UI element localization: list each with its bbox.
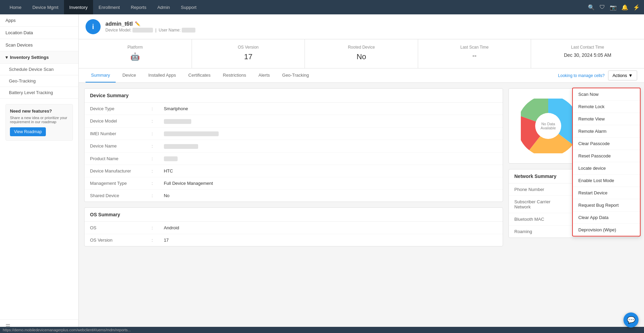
view-roadmap-button[interactable]: View Roadmap xyxy=(10,127,46,136)
need-features-description: Share a new idea or prioritize your requ… xyxy=(10,116,68,124)
actions-button[interactable]: Actions ▼ xyxy=(608,71,637,80)
nav-enrollment[interactable]: Enrollment xyxy=(93,0,125,14)
tab-certificates[interactable]: Certificates xyxy=(183,68,216,82)
value-device-type: Smartphone xyxy=(158,103,503,115)
action-request-bug-report[interactable]: Request Bug Report xyxy=(573,199,640,212)
looking-to-manage-text[interactable]: Looking to manage cells? xyxy=(558,73,605,78)
chat-bubble-button[interactable]: 💬 xyxy=(623,312,639,328)
nav-home[interactable]: Home xyxy=(4,0,27,14)
tab-device[interactable]: Device xyxy=(117,68,142,82)
action-reset-passcode[interactable]: Reset Passcode xyxy=(573,150,640,162)
action-clear-passcode[interactable]: Clear Passcode xyxy=(573,138,640,150)
label-device-type: Device Type xyxy=(85,103,146,115)
tab-geo-tracking[interactable]: Geo-Tracking xyxy=(277,68,314,82)
stat-rooted-label: Rooted Device xyxy=(310,45,412,50)
label-imei: IMEI Number xyxy=(85,127,146,140)
table-row: OS : Android xyxy=(85,222,503,234)
table-row: Device Manufacturer : HTC xyxy=(85,165,503,177)
sidebar: Apps Location Data Scan Devices ▾ Invent… xyxy=(0,14,79,333)
action-remote-lock[interactable]: Remote Lock xyxy=(573,101,640,113)
device-summary-card: Device Summary Device Type : Smartphone … xyxy=(84,88,503,202)
nav-icons: 🔍 🛡 📷 🔔 ⚡ xyxy=(588,4,640,11)
label-os: OS xyxy=(85,222,146,234)
main-content: i admin_t6tl ✏️ Device Model: | User Nam… xyxy=(79,14,644,333)
os-summary-title: OS Summary xyxy=(85,208,503,222)
label-management-type: Management Type xyxy=(85,177,146,190)
bell-icon[interactable]: 🔔 xyxy=(621,4,628,11)
sidebar-item-apps[interactable]: Apps xyxy=(0,14,78,27)
stat-os-value: 17 xyxy=(197,52,299,61)
tab-summary[interactable]: Summary xyxy=(86,68,116,82)
action-clear-app-data[interactable]: Clear App Data xyxy=(573,212,640,224)
action-scan-now[interactable]: Scan Now xyxy=(573,88,640,101)
table-row: Management Type : Full Device Management xyxy=(85,177,503,190)
section-label: Inventory Settings xyxy=(10,55,49,60)
label-shared-device: Shared Device xyxy=(85,190,146,202)
tab-installed-apps[interactable]: Installed Apps xyxy=(143,68,181,82)
table-row: Device Model : xyxy=(85,115,503,128)
action-restart-device[interactable]: Restart Device xyxy=(573,187,640,199)
edit-icon[interactable]: ✏️ xyxy=(135,21,140,26)
value-management-type: Full Device Management xyxy=(158,177,503,190)
table-row: Product Name : xyxy=(85,152,503,165)
actions-dropdown-menu: Scan Now Remote Lock Remote View Remote … xyxy=(572,88,641,236)
status-bar: https://demo.mobiledevicemanagerplus.com… xyxy=(0,327,644,333)
device-model-label: Device Model: xyxy=(105,28,131,33)
nav-support[interactable]: Support xyxy=(176,0,202,14)
action-deprovision[interactable]: Deprovision (Wipe) xyxy=(573,224,640,236)
value-imei xyxy=(158,127,503,140)
stat-os-label: OS Version xyxy=(197,45,299,50)
stat-last-contact-label: Last Contact Time xyxy=(537,45,639,50)
username-value xyxy=(182,28,195,33)
sidebar-section-inventory-settings[interactable]: ▾ Inventory Settings xyxy=(0,51,78,64)
value-product-name xyxy=(158,152,503,165)
device-summary-title: Device Summary xyxy=(85,89,503,103)
stat-os-version: OS Version 17 xyxy=(192,39,305,68)
action-enable-lost-mode[interactable]: Enable Lost Mode xyxy=(573,175,640,187)
device-avatar: i xyxy=(86,19,101,34)
sidebar-item-schedule-device-scan[interactable]: Schedule Device Scan xyxy=(0,64,78,75)
pie-no-data-label: No Data Available xyxy=(534,122,562,130)
table-row: IMEI Number : xyxy=(85,127,503,140)
nav-device-mgmt[interactable]: Device Mgmt xyxy=(27,0,64,14)
os-summary-card: OS Summary OS : Android OS Version : 17 xyxy=(84,207,503,246)
username-label: User Name: xyxy=(159,28,181,33)
stats-bar: Platform 🤖 OS Version 17 Rooted Device N… xyxy=(79,39,644,68)
device-model-value xyxy=(132,28,153,33)
camera-icon[interactable]: 📷 xyxy=(610,4,617,11)
device-summary-table: Device Type : Smartphone Device Model : … xyxy=(85,103,503,202)
stat-last-contact-value: Dec 30, 2024 5:05 AM xyxy=(537,52,639,58)
tab-restrictions[interactable]: Restrictions xyxy=(217,68,252,82)
nav-reports[interactable]: Reports xyxy=(125,0,152,14)
label-carrier: Subscriber Carrier Network xyxy=(509,196,570,213)
device-title: admin_t6tl ✏️ xyxy=(105,21,195,27)
value-device-model xyxy=(158,115,503,128)
action-locate-device[interactable]: Locate device xyxy=(573,162,640,175)
action-remote-view[interactable]: Remote View xyxy=(573,113,640,125)
sidebar-item-location[interactable]: Location Data xyxy=(0,27,78,39)
label-manufacturer: Device Manufacturer xyxy=(85,165,146,177)
shield-icon[interactable]: 🛡 xyxy=(600,4,605,10)
value-device-name xyxy=(158,140,503,153)
stat-last-scan: Last Scan Time -- xyxy=(418,39,531,68)
label-roaming: Roaming xyxy=(509,226,570,238)
nav-inventory[interactable]: Inventory xyxy=(64,0,93,14)
tab-alerts[interactable]: Alerts xyxy=(253,68,275,82)
label-bluetooth-mac: Bluetooth MAC xyxy=(509,213,570,226)
android-icon: 🤖 xyxy=(84,52,186,61)
table-row: Device Type : Smartphone xyxy=(85,103,503,115)
tabs-bar: Summary Device Installed Apps Certificat… xyxy=(79,68,644,83)
label-device-name: Device Name xyxy=(85,140,146,153)
sidebar-item-scan-devices[interactable]: Scan Devices xyxy=(0,39,78,51)
label-product-name: Product Name xyxy=(85,152,146,165)
table-row: Shared Device : No xyxy=(85,190,503,202)
nav-admin[interactable]: Admin xyxy=(152,0,176,14)
sidebar-item-battery-tracking[interactable]: Battery Level Tracking xyxy=(0,87,78,99)
label-os-version: OS Version xyxy=(85,234,146,246)
sidebar-item-geo-tracking[interactable]: Geo-Tracking xyxy=(0,75,78,87)
stat-last-scan-label: Last Scan Time xyxy=(424,45,526,50)
pie-chart: No Data Available xyxy=(521,99,576,153)
bolt-icon[interactable]: ⚡ xyxy=(633,4,640,11)
search-icon[interactable]: 🔍 xyxy=(588,4,595,11)
action-remote-alarm[interactable]: Remote Alarm xyxy=(573,125,640,138)
